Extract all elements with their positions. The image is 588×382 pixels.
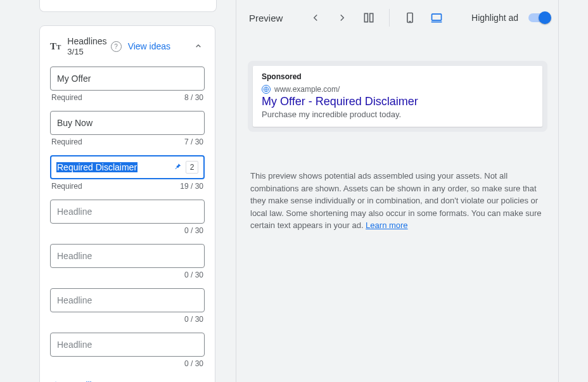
highlight-ad-toggle[interactable] — [528, 13, 550, 22]
svg-rect-0 — [364, 13, 368, 22]
char-counter: 8 / 30 — [184, 93, 203, 102]
toolbar-divider — [389, 9, 390, 27]
headline-fields: My OfferRequired8 / 30Buy NowRequired7 /… — [40, 61, 215, 382]
headlines-panel-header: TT Headlines 3/15 ? View ideas — [40, 26, 215, 61]
headline-input-5[interactable]: Headline — [50, 244, 205, 268]
required-hint: Required — [51, 182, 82, 191]
chevron-right-icon — [336, 12, 348, 23]
toggle-thumb — [539, 11, 551, 24]
sponsored-label: Sponsored — [262, 72, 534, 81]
char-counter: 7 / 30 — [184, 137, 203, 146]
preview-next-button[interactable] — [332, 8, 352, 28]
headline-meta-5: 0 / 30 — [51, 271, 203, 279]
headlines-panel: TT Headlines 3/15 ? View ideas My OfferR… — [39, 25, 215, 382]
char-counter: 0 / 30 — [184, 359, 203, 368]
pin-controls: 2 — [173, 161, 198, 174]
plus-icon — [50, 379, 61, 382]
headline-meta-7: 0 / 30 — [51, 359, 203, 368]
headlines-count: 3/15 — [67, 47, 106, 57]
ad-description: Purchase my incredible product today. — [262, 110, 534, 119]
right-gutter — [558, 0, 588, 382]
highlight-ad-label: Highlight ad — [471, 13, 518, 23]
headline-meta-1: Required8 / 30 — [51, 93, 203, 102]
ad-display-url: www.example.com/ — [274, 85, 340, 94]
mobile-preview-button[interactable] — [400, 8, 420, 28]
required-hint: Required — [51, 137, 82, 146]
required-hint: Required — [51, 93, 82, 102]
ad-preview-inner: Sponsored www.example.com/ My Offer - Re… — [253, 66, 542, 127]
headline-input-6[interactable]: Headline — [50, 288, 205, 312]
headline-meta-2: Required7 / 30 — [51, 137, 203, 146]
mobile-icon — [404, 11, 416, 24]
help-icon[interactable]: ? — [111, 41, 122, 52]
previous-card-bottom — [39, 0, 217, 12]
preview-prev-button[interactable] — [305, 8, 326, 28]
chevron-up-icon — [193, 41, 203, 51]
view-ideas-link[interactable]: View ideas — [128, 41, 170, 52]
desktop-preview-button[interactable] — [426, 8, 447, 28]
char-counter: 0 / 30 — [184, 271, 203, 279]
pin-icon[interactable] — [173, 162, 182, 173]
ad-headline: My Offer - Required Disclaimer — [262, 95, 534, 108]
pin-position-badge[interactable]: 2 — [186, 161, 198, 174]
char-counter: 19 / 30 — [180, 182, 203, 191]
headline-input-1[interactable]: My Offer — [50, 67, 205, 91]
learn-more-link[interactable]: Learn more — [366, 220, 407, 230]
preview-toolbar: Preview Highlight ad — [236, 0, 559, 35]
preview-title: Preview — [249, 13, 283, 23]
char-counter: 0 / 30 — [184, 226, 203, 235]
headline-input-2[interactable]: Buy Now — [50, 111, 205, 135]
chevron-left-icon — [310, 12, 321, 23]
text-format-icon: TT — [50, 42, 61, 51]
headline-input-7[interactable]: Headline — [50, 333, 205, 357]
headline-meta-3: Required19 / 30 — [51, 182, 203, 191]
headlines-title-block: Headlines 3/15 — [67, 36, 106, 56]
headlines-title: Headlines — [67, 36, 106, 47]
columns-icon — [362, 11, 375, 24]
svg-rect-4 — [431, 14, 441, 20]
char-counter: 0 / 30 — [184, 315, 203, 324]
compare-view-button[interactable] — [359, 8, 379, 28]
headline-meta-6: 0 / 30 — [51, 315, 203, 324]
globe-icon — [262, 85, 271, 94]
preview-disclaimer: This preview shows potential ads assembl… — [250, 170, 545, 232]
desktop-icon — [430, 11, 443, 24]
app-root: TT Headlines 3/15 ? View ideas My OfferR… — [0, 0, 588, 382]
headline-value: Required Disclaimer — [56, 162, 137, 172]
headline-input-4[interactable]: Headline — [50, 200, 205, 224]
collapse-toggle[interactable] — [192, 40, 205, 53]
svg-rect-1 — [369, 13, 373, 22]
ad-preview-card: Sponsored www.example.com/ My Offer - Re… — [248, 61, 547, 132]
ad-url-row: www.example.com/ — [262, 85, 534, 94]
preview-region: Preview Highlight ad Spon — [236, 0, 559, 382]
headline-input-3[interactable]: Required Disclaimer2 — [50, 155, 205, 179]
headline-meta-4: 0 / 30 — [51, 226, 203, 235]
add-headline-button[interactable]: Headline — [50, 377, 205, 382]
